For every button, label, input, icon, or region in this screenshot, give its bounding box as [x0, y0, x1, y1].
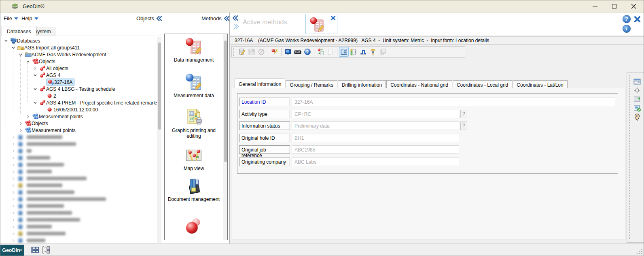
collapse-icon[interactable] [18, 52, 23, 57]
wizard-toolbar-button[interactable] [270, 47, 280, 57]
method-item-map-view[interactable]: Map view [165, 146, 222, 171]
expand-icon[interactable] [11, 231, 16, 236]
expand-icon[interactable] [11, 176, 16, 181]
expand-icon[interactable] [11, 135, 16, 140]
expand-icon[interactable] [25, 114, 30, 119]
menu-help[interactable]: Help [21, 14, 38, 22]
form-tab-general-information[interactable]: General information [235, 79, 285, 88]
info-button[interactable]: i [623, 25, 631, 33]
tree-scrollbar-thumb[interactable] [158, 43, 161, 130]
tree-item-redacted[interactable] [0, 161, 162, 168]
expand-icon[interactable] [11, 197, 16, 202]
field-input-location-id[interactable]: 327-16A [292, 98, 615, 106]
layout-grid-icon[interactable] [30, 246, 39, 254]
form-tab-drilling-information[interactable]: Drilling information [338, 80, 386, 88]
tree-item-redacted[interactable] [0, 168, 162, 175]
help-button[interactable]: ? [623, 15, 631, 23]
collapse-icon[interactable] [4, 38, 8, 43]
methods-scrollbar[interactable] [223, 34, 227, 240]
sformcheck-side-button[interactable] [633, 104, 641, 112]
expand-icon[interactable] [11, 224, 16, 229]
expand-icon[interactable] [11, 149, 16, 154]
tree-item-redacted[interactable] [0, 147, 162, 154]
field-help-button[interactable]: ? [460, 110, 467, 118]
expand-icon[interactable] [11, 169, 16, 174]
tree-item[interactable]: AGS Import all groups411 [0, 44, 162, 51]
monitor-toolbar-button[interactable] [283, 47, 293, 57]
tree-item-redacted[interactable] [0, 182, 162, 189]
methods-scrollbar-thumb[interactable] [224, 41, 227, 162]
toolbar-grip[interactable] [233, 48, 235, 56]
expand-icon[interactable] [11, 190, 16, 195]
tree-item[interactable]: Objects [0, 120, 162, 127]
close-panel-icon[interactable] [634, 16, 641, 23]
minimize-button[interactable] [586, 0, 604, 12]
tab-databases[interactable]: Databases [2, 26, 36, 36]
tree-item[interactable]: 16/05/2001 12:00:00 [0, 106, 162, 113]
field-input-information-status[interactable]: Preliminary data [292, 122, 459, 130]
collapse-icon[interactable] [33, 100, 38, 105]
collapse-left-icon[interactable] [232, 15, 238, 21]
collapse-icon[interactable] [25, 59, 30, 64]
tree-item-redacted[interactable] [0, 175, 162, 182]
tree-item-redacted[interactable] [0, 141, 162, 147]
tree-item[interactable]: AGS 4 PREM - Project specific time relat… [0, 99, 162, 106]
expand-icon[interactable] [11, 156, 16, 160]
expand-icon[interactable] [11, 162, 16, 167]
transfer-toolbar-button[interactable] [316, 47, 326, 57]
expand-icon[interactable] [11, 238, 16, 243]
maximize-button[interactable] [605, 0, 623, 12]
tree-item[interactable]: Measurement points [0, 113, 162, 120]
tree-item[interactable]: Measurement points [0, 127, 162, 134]
sform-side-button[interactable] [633, 78, 641, 86]
formview-toolbar-button[interactable] [339, 47, 349, 57]
expand-icon[interactable] [11, 211, 16, 215]
stepchart-toolbar-button[interactable] [358, 47, 368, 57]
tree-item-redacted[interactable] [0, 223, 162, 230]
tree-item[interactable]: Objects [0, 58, 162, 65]
expand-icon[interactable] [18, 121, 23, 126]
layers-toolbar-button[interactable] [378, 47, 388, 57]
expand-icon[interactable] [11, 183, 16, 188]
sformadd-side-button[interactable] [633, 95, 641, 103]
collapse-icon[interactable] [33, 73, 38, 78]
keyboard-toolbar-button[interactable] [293, 47, 303, 57]
collapse-left-icon[interactable] [224, 15, 230, 21]
form-tab-coordinates-local-grid[interactable]: Coordinates - Local grid [453, 80, 512, 88]
hierarchy-toolbar-button[interactable] [349, 47, 358, 57]
side-toolbar-grip[interactable] [629, 75, 630, 239]
collapse-left-icon[interactable] [156, 15, 162, 21]
expand-icon[interactable] [11, 204, 16, 209]
tree-item[interactable]: 2 [0, 92, 162, 99]
method-item-data-management[interactable]: Data management [165, 37, 222, 63]
panel-toggle-icon[interactable] [42, 246, 51, 254]
expand-icon[interactable] [11, 218, 16, 222]
tree-item[interactable]: AGS 4 [0, 72, 162, 79]
tree-scrollbar[interactable] [157, 37, 161, 243]
clamp-toolbar-button[interactable] [368, 47, 378, 57]
field-input-original-job-reference[interactable]: ABC1985 [292, 145, 459, 154]
method-item-measurement-data[interactable]: Measurement data [165, 73, 222, 98]
scross-side-button[interactable] [633, 86, 641, 94]
blankdoc-toolbar-button[interactable] [326, 47, 335, 57]
tree-item-redacted[interactable] [0, 189, 162, 196]
collapse-icon[interactable] [33, 87, 38, 92]
menu-file[interactable]: File [4, 14, 18, 22]
tree-item[interactable]: Databases [0, 37, 162, 44]
method-item-document-management[interactable]: Document management [165, 177, 222, 202]
tree-item[interactable]: 327-16A [0, 79, 162, 85]
form-tab-coordinates-national-grid[interactable]: Coordinates - National grid [386, 80, 452, 88]
tree-item-redacted[interactable] [0, 154, 162, 161]
save-toolbar-button[interactable] [247, 47, 256, 57]
tree-item-redacted[interactable] [0, 134, 162, 141]
method-item-objects[interactable] [165, 217, 222, 237]
tree-selected-item[interactable]: 327-16A [47, 79, 74, 85]
expand-right-icon[interactable] [234, 24, 239, 29]
tree-item-redacted[interactable] [0, 209, 162, 216]
tree-item-redacted[interactable] [0, 237, 162, 243]
tree-item-redacted[interactable] [0, 196, 162, 203]
tree-item-redacted[interactable] [0, 203, 162, 209]
expand-icon[interactable] [18, 128, 23, 133]
form-tab-grouping-remarks[interactable]: Grouping / Remarks [286, 80, 337, 88]
tree-item-redacted[interactable] [0, 216, 162, 223]
